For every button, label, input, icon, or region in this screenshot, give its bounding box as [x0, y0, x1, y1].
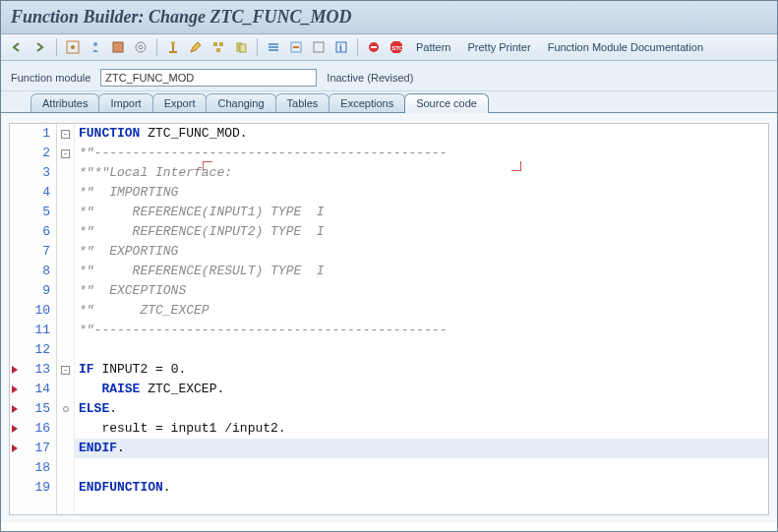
pattern-button[interactable]: Pattern [410, 39, 456, 55]
line-number: 9 [10, 281, 56, 301]
code-area[interactable]: FUNCTION ZTC_FUNC_MOD. *"---------------… [75, 124, 768, 514]
tab-attributes[interactable]: Attributes [30, 93, 99, 112]
line-number: 5 [10, 203, 56, 222]
stop-icon[interactable]: STO [388, 38, 405, 56]
line-number: 12 [10, 340, 56, 360]
code-line[interactable] [75, 458, 768, 478]
check-icon[interactable] [87, 38, 104, 56]
code-line[interactable]: *" ZTC_EXCEP [75, 301, 768, 321]
fm-status: Inactive (Revised) [327, 72, 413, 84]
tab-import[interactable]: Import [98, 93, 152, 112]
svg-rect-8 [219, 42, 223, 46]
tab-tables[interactable]: Tables [275, 93, 330, 112]
title-bar: Function Builder: Change ZTC_FUNC_MOD [1, 1, 777, 34]
tab-changing[interactable]: Changing [206, 93, 275, 112]
insert-icon[interactable] [287, 38, 305, 56]
code-line[interactable]: *" EXCEPTIONS [75, 281, 768, 301]
code-line[interactable]: ENDFUNCTION. [75, 478, 768, 498]
pretty-printer-button[interactable]: Pretty Printer [461, 39, 536, 55]
fold-else-icon[interactable] [63, 406, 69, 412]
separator [156, 38, 157, 56]
tab-source-code[interactable]: Source code [404, 93, 489, 113]
editor-wrap: 1 2 3 4 5 6 7 8 9 10 11 12 13 14 15 16 1… [1, 113, 777, 523]
svg-text:i: i [339, 42, 342, 53]
svg-point-5 [139, 45, 143, 49]
fold-toggle-icon[interactable]: - [61, 366, 70, 375]
code-line[interactable]: *" IMPORTING [75, 183, 768, 203]
selection-marker-icon [511, 161, 521, 171]
code-line[interactable]: RAISE ZTC_EXCEP. [75, 380, 768, 399]
line-number: 17 [10, 439, 56, 458]
svg-rect-16 [293, 46, 299, 48]
svg-point-4 [136, 42, 146, 52]
svg-rect-21 [371, 46, 377, 48]
line-number: 7 [10, 242, 56, 262]
fold-toggle-icon[interactable]: - [61, 149, 70, 158]
line-number: 8 [10, 262, 56, 281]
code-line[interactable]: *" EXPORTING [75, 242, 768, 262]
display-list-icon[interactable] [265, 38, 282, 56]
code-line[interactable]: *"*"Local Interface: [75, 163, 768, 183]
code-line[interactable] [75, 340, 768, 360]
activate-icon[interactable] [109, 38, 127, 56]
code-line[interactable]: FUNCTION ZTC_FUNC_MOD. [75, 124, 768, 144]
code-line[interactable]: *"--------------------------------------… [75, 144, 768, 163]
code-line[interactable]: *"--------------------------------------… [75, 321, 768, 340]
fm-input[interactable] [100, 69, 317, 87]
svg-text:STO: STO [391, 45, 403, 51]
forward-icon[interactable] [31, 38, 49, 56]
tab-exceptions[interactable]: Exceptions [329, 93, 405, 112]
code-line[interactable]: *" REFERENCE(INPUT1) TYPE I [75, 203, 768, 222]
line-number: 15 [10, 399, 56, 419]
line-number: 14 [10, 380, 56, 399]
edit-icon[interactable] [187, 38, 205, 56]
separator [257, 38, 258, 56]
svg-rect-11 [240, 44, 246, 52]
fm-label: Function module [11, 72, 90, 84]
breakpoint-marker-icon[interactable] [12, 425, 18, 433]
tabs-row: Attributes Import Export Changing Tables… [1, 91, 777, 113]
line-number: 11 [10, 321, 56, 340]
breakpoint-marker-icon[interactable] [12, 405, 18, 413]
page-title: Function Builder: Change ZTC_FUNC_MOD [11, 7, 767, 28]
code-line[interactable]: ENDIF. [75, 439, 768, 458]
code-line[interactable]: IF INPUT2 = 0. [75, 360, 768, 380]
code-line[interactable]: ELSE. [75, 399, 768, 419]
line-number: 16 [10, 419, 56, 439]
function-module-row: Function module Inactive (Revised) [1, 61, 777, 91]
fullscreen-icon[interactable] [310, 38, 328, 56]
back-icon[interactable] [9, 38, 27, 56]
code-line[interactable]: *" REFERENCE(RESULT) TYPE I [75, 262, 768, 281]
svg-rect-14 [269, 49, 278, 51]
breakpoint-marker-icon[interactable] [12, 385, 18, 393]
breakpoint-icon[interactable] [365, 38, 383, 56]
display-object-icon[interactable] [64, 38, 82, 56]
line-number: 10 [10, 301, 56, 321]
breakpoint-marker-icon[interactable] [12, 444, 18, 452]
docs-button[interactable]: Function Module Documentation [542, 39, 709, 55]
line-number: 1 [10, 124, 56, 144]
line-gutter: 1 2 3 4 5 6 7 8 9 10 11 12 13 14 15 16 1… [10, 124, 57, 514]
svg-rect-13 [269, 46, 278, 48]
svg-rect-3 [113, 42, 123, 52]
svg-rect-7 [213, 42, 217, 46]
editor[interactable]: 1 2 3 4 5 6 7 8 9 10 11 12 13 14 15 16 1… [9, 123, 769, 515]
other-object-icon[interactable] [232, 38, 250, 56]
code-line[interactable]: result = input1 /input2. [75, 419, 768, 439]
line-number: 18 [10, 458, 56, 478]
match-icon[interactable] [164, 38, 182, 56]
code-line[interactable]: *" REFERENCE(INPUT2) TYPE I [75, 222, 768, 242]
breakpoint-marker-icon[interactable] [12, 366, 18, 374]
selection-marker-icon [203, 161, 212, 171]
spiral-icon[interactable] [132, 38, 150, 56]
line-number: 3 [10, 163, 56, 183]
line-number: 13 [10, 360, 56, 380]
fold-toggle-icon[interactable]: - [61, 130, 70, 139]
tab-export[interactable]: Export [152, 93, 208, 112]
where-used-icon[interactable] [209, 38, 227, 56]
svg-point-1 [71, 45, 75, 49]
info-icon[interactable]: i [332, 38, 350, 56]
separator [357, 38, 358, 56]
separator [56, 38, 57, 56]
svg-rect-9 [216, 48, 220, 52]
